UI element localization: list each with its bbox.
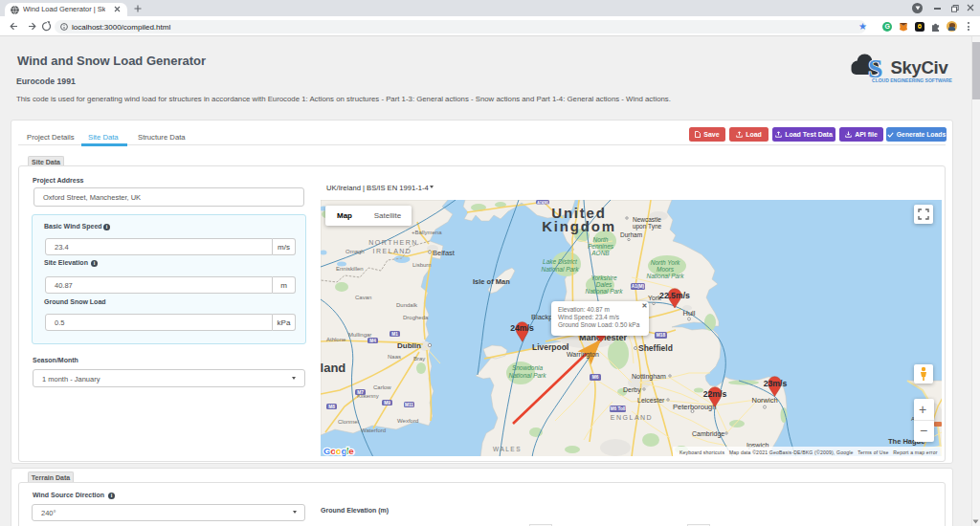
svg-text:22m/s: 22m/s [703,389,727,399]
svg-text:Mullingar: Mullingar [348,332,371,338]
svg-text:Sheffield: Sheffield [638,343,673,353]
svg-text:Ireland: Ireland [321,361,345,375]
svg-text:24m/s: 24m/s [510,323,534,333]
svg-text:Google: Google [323,446,354,456]
svg-text:23m/s: 23m/s [764,379,788,388]
svg-text:Norwich: Norwich [752,396,778,405]
svg-text:Clonmel: Clonmel [338,419,359,425]
svg-text:Dales: Dales [596,281,612,288]
svg-text:Moors: Moors [657,266,675,273]
svg-text:NORTHERN: NORTHERN [368,239,418,246]
svg-text:M11: M11 [405,403,413,407]
svg-text:Liverpool: Liverpool [532,342,568,352]
svg-text:Isle of Man: Isle of Man [473,277,510,286]
svg-text:M6: M6 [592,375,599,380]
svg-text:Kingdom: Kingdom [542,218,616,234]
svg-text:Derby: Derby [623,386,641,394]
svg-text:IRELAND: IRELAND [373,248,412,254]
svg-text:Durham: Durham [620,231,642,238]
svg-text:M4: M4 [369,339,376,343]
svg-text:M9: M9 [384,401,390,405]
svg-text:National Park: National Park [646,273,684,279]
svg-text:A74(M): A74(M) [537,201,548,205]
svg-text:SkyCiv: SkyCiv [891,57,949,77]
svg-text:Newcastle: Newcastle [633,216,661,223]
svg-text:Omagh: Omagh [345,249,365,254]
svg-text:M18: M18 [657,333,666,338]
svg-text:Dublin: Dublin [397,341,421,350]
svg-text:North: North [593,236,609,243]
svg-text:Bray: Bray [413,356,425,362]
svg-text:Wexford: Wexford [397,418,418,424]
svg-text:Dundalk: Dundalk [396,302,418,308]
svg-text:Athlone: Athlone [326,337,346,342]
svg-text:Peterborough: Peterborough [673,403,716,411]
svg-text:Enniskillen: Enniskillen [336,266,364,272]
svg-text:Nottingham: Nottingham [632,373,666,381]
svg-text:Hull: Hull [683,309,696,318]
svg-text:Lake District: Lake District [543,258,578,265]
svg-text:National Park: National Park [585,288,623,295]
svg-text:CLOUD ENGINEERING SOFTWARE: CLOUD ENGINEERING SOFTWARE [872,77,953,83]
svg-text:Cambridge: Cambridge [692,430,724,438]
svg-text:Leicester: Leicester [637,397,665,404]
svg-text:upon Tyne: upon Tyne [633,223,662,230]
svg-text:M8: M8 [328,405,335,409]
svg-text:WALES: WALES [493,446,522,452]
svg-text:Yorkshire: Yorkshire [590,274,616,281]
svg-text:Waterford: Waterford [361,427,386,433]
svg-text:Naas: Naas [388,354,401,360]
svg-text:ENGLAND: ENGLAND [611,414,653,421]
svg-text:Carlow: Carlow [373,384,391,390]
svg-text:Snowdonia: Snowdonia [512,364,544,371]
svg-text:A1(M): A1(M) [632,284,645,289]
svg-text:National Park: National Park [508,372,546,379]
svg-text:+Ballymena: +Ballymena [412,230,442,235]
svg-text:AONB: AONB [590,250,610,256]
svg-text:Cavan: Cavan [355,295,371,300]
svg-text:Belfast: Belfast [433,249,456,257]
svg-text:M1: M1 [391,332,398,337]
svg-text:Lisburn: Lisburn [412,262,432,268]
svg-text:M7: M7 [357,390,364,395]
svg-text:Warrington: Warrington [567,351,599,359]
svg-text:Drogheda: Drogheda [403,315,429,320]
svg-text:North York: North York [651,259,680,266]
svg-text:National Park: National Park [541,266,579,273]
svg-text:M6 Toll: M6 Toll [610,406,625,411]
svg-text:22.5m/s: 22.5m/s [659,291,690,300]
